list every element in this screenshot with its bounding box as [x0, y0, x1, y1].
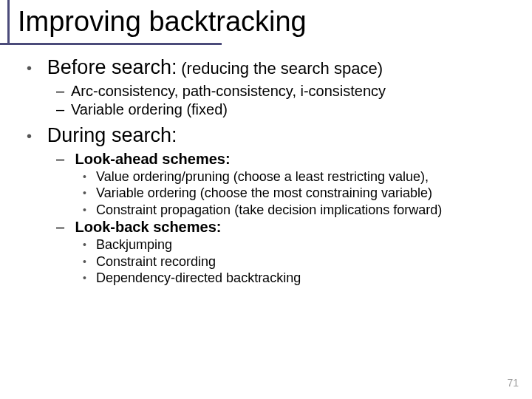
- section-head: During search:: [47, 124, 177, 146]
- sub-text: Constraint recording: [96, 254, 216, 269]
- bullet-text: Arc-consistency, path-consistency, i-con…: [71, 83, 386, 99]
- sub-text: Constraint propagation: [96, 202, 231, 217]
- bullet-text: Variable ordering (fixed): [71, 101, 228, 117]
- sub-paren: (take decision implications forward): [234, 202, 442, 217]
- slide-title: Improving backtracking: [18, 6, 532, 45]
- bullet-bold: Look-back schemes:: [75, 219, 222, 235]
- slide-content: Before search: (reducing the search spac…: [0, 45, 532, 287]
- title-rule-vertical: [7, 0, 10, 44]
- section-before-search: Before search: (reducing the search spac…: [30, 55, 517, 119]
- bullet-item: Look-back schemes: Backjumping Constrain…: [58, 218, 517, 287]
- sub-paren: (choose the most constraining variable): [200, 185, 432, 200]
- sub-bullet: Variable ordering (choose the most const…: [83, 185, 517, 202]
- sub-text: Backjumping: [96, 237, 172, 252]
- section-head: Before search:: [47, 56, 177, 78]
- page-number: 71: [507, 377, 519, 389]
- sub-bullet: Constraint propagation (take decision im…: [83, 202, 517, 219]
- sub-bullet: Dependency-directed backtracking: [83, 270, 517, 287]
- sub-paren: (choose a least restricting value): [233, 169, 425, 184]
- title-rule-horizontal: [0, 43, 222, 45]
- bullet-bold: Look-ahead schemes:: [75, 151, 231, 167]
- sub-text: Dependency-directed backtracking: [96, 270, 301, 285]
- bullet-item: Look-ahead schemes: Value ordering/pruni…: [58, 150, 517, 219]
- bullet-item: Variable ordering (fixed): [58, 100, 517, 119]
- section-note: (reducing the search space): [181, 59, 383, 78]
- sub-bullet: Value ordering/pruning (choose a least r…: [83, 168, 517, 185]
- sub-comma: ,: [425, 169, 429, 184]
- sub-text: Variable ordering: [96, 185, 197, 200]
- title-block: Improving backtracking: [0, 0, 532, 45]
- sub-text: Value ordering/pruning: [96, 169, 230, 184]
- sub-bullet: Constraint recording: [83, 253, 517, 270]
- sub-bullet: Backjumping: [83, 236, 517, 253]
- bullet-item: Arc-consistency, path-consistency, i-con…: [58, 82, 517, 100]
- section-during-search: During search: Look-ahead schemes: Value…: [30, 123, 517, 287]
